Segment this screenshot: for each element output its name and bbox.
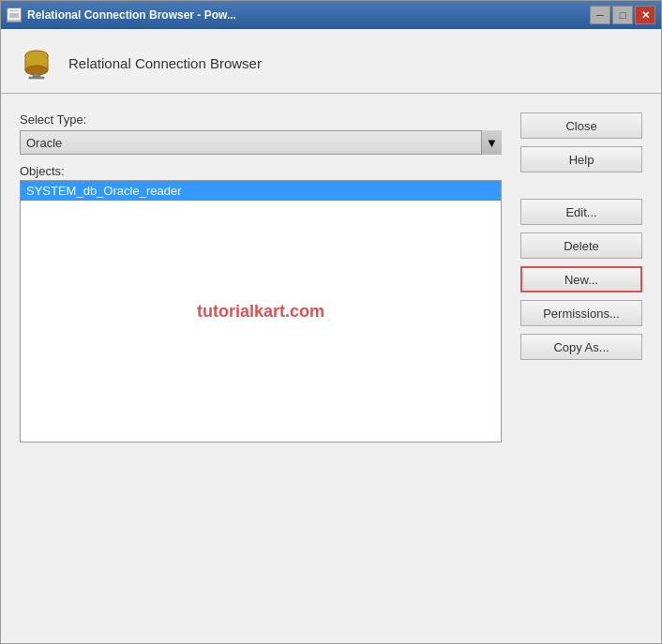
top-buttons: Close Help — [520, 112, 642, 172]
select-type-wrapper: Oracle ▼ — [20, 130, 502, 155]
dialog-body: Select Type: Oracle ▼ Objects: SYSTEM_db… — [1, 94, 661, 643]
dialog-header: Relational Connection Browser — [1, 29, 661, 94]
title-bar-left: Relational Connection Browser - Pow... — [7, 7, 236, 22]
objects-list[interactable]: SYSTEM_db_Oracle_reader tutorialkart.com — [20, 180, 502, 442]
delete-button[interactable]: Delete — [520, 232, 642, 259]
select-type-label: Select Type: — [20, 112, 502, 127]
edit-button[interactable]: Edit... — [520, 199, 642, 225]
select-type-section: Select Type: Oracle ▼ — [20, 112, 502, 155]
minimize-button[interactable]: ─ — [590, 6, 610, 24]
help-button[interactable]: Help — [520, 146, 642, 172]
main-window: Relational Connection Browser - Pow... ─… — [0, 0, 662, 644]
window-title: Relational Connection Browser - Pow... — [27, 8, 236, 22]
list-item[interactable]: SYSTEM_db_Oracle_reader — [21, 181, 501, 201]
svg-point-4 — [25, 66, 48, 75]
database-icon — [20, 46, 53, 80]
window-icon — [7, 7, 22, 22]
copy-as-button[interactable]: Copy As... — [520, 334, 642, 360]
svg-rect-7 — [33, 74, 40, 77]
svg-rect-0 — [8, 9, 20, 19]
objects-label: Objects: — [20, 164, 502, 178]
left-panel: Select Type: Oracle ▼ Objects: SYSTEM_db… — [20, 112, 502, 624]
dialog-title: Relational Connection Browser — [68, 55, 262, 71]
close-button[interactable]: Close — [520, 112, 642, 139]
svg-rect-8 — [29, 77, 44, 79]
objects-section: Objects: SYSTEM_db_Oracle_reader tutoria… — [20, 164, 502, 442]
permissions-button[interactable]: Permissions... — [520, 300, 642, 326]
bottom-buttons: Edit... Delete New... Permissions... Cop… — [520, 199, 642, 360]
new-button[interactable]: New... — [520, 266, 642, 292]
dialog-content: Relational Connection Browser Select Typ… — [1, 29, 661, 643]
watermark-text: tutorialkart.com — [197, 302, 324, 322]
title-bar-buttons: ─ □ ✕ — [590, 6, 655, 24]
select-type-dropdown[interactable]: Oracle — [20, 130, 502, 155]
close-window-button[interactable]: ✕ — [635, 6, 655, 24]
maximize-button[interactable]: □ — [612, 6, 633, 24]
title-bar: Relational Connection Browser - Pow... ─… — [1, 1, 661, 29]
right-panel: Close Help Edit... Delete New... Permiss… — [520, 112, 642, 624]
